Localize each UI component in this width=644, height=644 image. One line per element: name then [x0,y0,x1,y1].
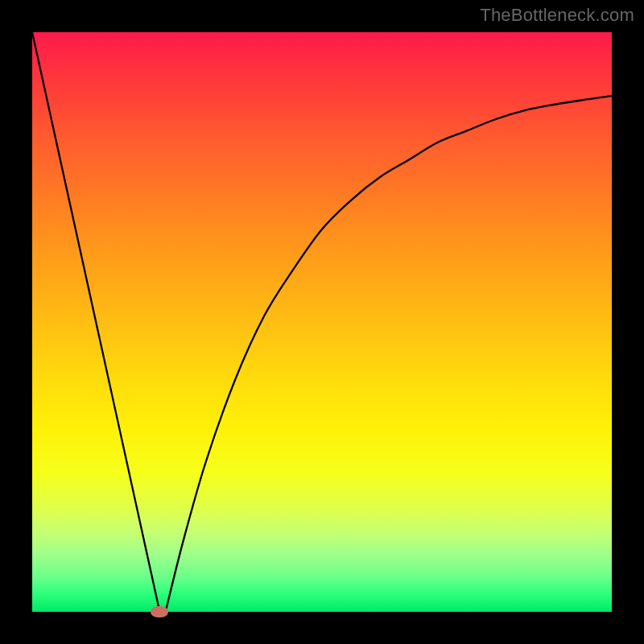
chart-frame: TheBottleneck.com [0,0,644,644]
curve-right-segment [166,96,612,612]
curve-left-segment [32,32,159,612]
min-marker [151,606,168,617]
plot-area [32,32,612,612]
watermark-text: TheBottleneck.com [480,5,634,26]
curve-layer [32,32,612,612]
